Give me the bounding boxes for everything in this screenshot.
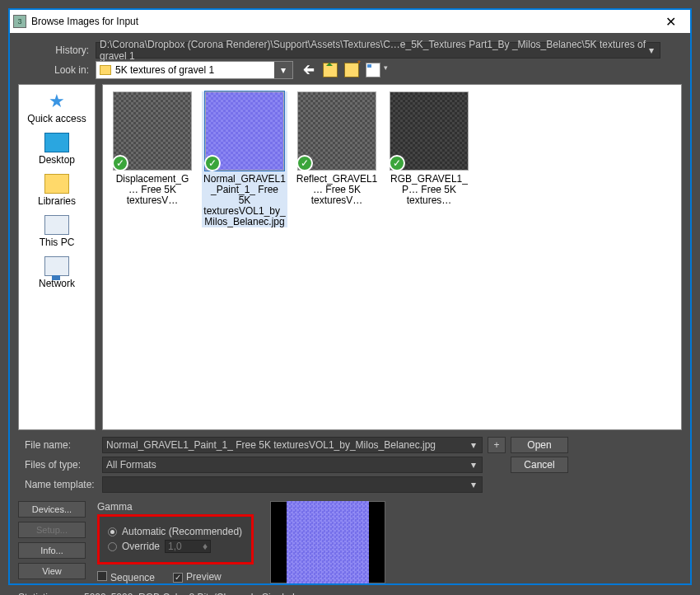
pc-icon bbox=[44, 215, 69, 235]
app-icon: 3 bbox=[13, 15, 26, 28]
gamma-label: Gamma bbox=[97, 501, 254, 513]
place-net[interactable]: Network bbox=[39, 256, 75, 289]
file-thumb[interactable]: ✓Normal_GRAVEL1_Paint_1_ Free 5K texture… bbox=[202, 91, 287, 227]
lib-icon bbox=[44, 174, 69, 194]
filename-label: File name: bbox=[25, 439, 102, 451]
lookin-dropdown[interactable]: 5K textures of gravel 1 ▾ bbox=[96, 61, 293, 79]
nav-buttons: 🡰 bbox=[301, 63, 380, 77]
statistics-label: Statistics: bbox=[18, 592, 84, 595]
chevron-down-icon: ▾ bbox=[467, 438, 480, 452]
plus-button[interactable]: + bbox=[488, 437, 506, 453]
filetype-dropdown[interactable]: All Formats ▾ bbox=[102, 457, 483, 473]
up-folder-icon[interactable] bbox=[323, 63, 338, 77]
history-value: D:\Corona\Dropbox (Corona Renderer)\Supp… bbox=[100, 39, 656, 62]
title-bar: 3 Browse Images for Input ✕ bbox=[10, 10, 690, 33]
info-button[interactable]: Info... bbox=[18, 542, 86, 559]
checkmark-icon: ✓ bbox=[112, 155, 128, 171]
place-label: This PC bbox=[40, 237, 75, 248]
place-label: Quick access bbox=[27, 113, 86, 124]
file-caption: Normal_GRAVEL1_Paint_1_ Free 5K textures… bbox=[202, 174, 287, 227]
preview-image bbox=[287, 501, 369, 583]
devices-button[interactable]: Devices... bbox=[18, 501, 86, 518]
gamma-auto-label: Automatic (Recommended) bbox=[122, 526, 242, 537]
filetype-value: All Formats bbox=[106, 459, 156, 471]
folder-icon bbox=[100, 65, 111, 75]
name-template-label: Name template: bbox=[25, 479, 102, 490]
history-dropdown[interactable]: D:\Corona\Dropbox (Corona Renderer)\Supp… bbox=[96, 42, 660, 59]
place-desk[interactable]: Desktop bbox=[39, 133, 75, 166]
place-label: Libraries bbox=[38, 195, 76, 207]
preview-pane bbox=[270, 501, 385, 583]
view-menu-icon[interactable] bbox=[366, 63, 380, 77]
dialog-frame: 3 Browse Images for Input ✕ History: D:\… bbox=[8, 8, 692, 585]
sequence-checkbox[interactable]: Sequence bbox=[97, 571, 155, 583]
checkmark-icon: ✓ bbox=[389, 155, 405, 171]
places-bar: ★Quick accessDesktopLibrariesThis PCNetw… bbox=[18, 84, 96, 430]
checkmark-icon: ✓ bbox=[204, 155, 221, 171]
window-title: Browse Images for Input bbox=[31, 16, 654, 27]
filename-dropdown[interactable]: Normal_GRAVEL1_Paint_1_ Free 5K textures… bbox=[102, 437, 483, 453]
gamma-override-label: Override bbox=[122, 541, 160, 552]
thumbnail-image: ✓ bbox=[390, 91, 469, 171]
place-quick[interactable]: ★Quick access bbox=[27, 91, 86, 124]
view-button[interactable]: View bbox=[18, 563, 86, 579]
gamma-override-radio[interactable]: Override 1,0♦ bbox=[108, 540, 243, 553]
gamma-value: 1,0 bbox=[168, 541, 182, 552]
open-button[interactable]: Open bbox=[511, 437, 568, 453]
chevron-down-icon: ▾ bbox=[274, 62, 292, 78]
file-caption: RGB_GRAVEL1_P… Free 5K textures… bbox=[386, 174, 472, 206]
filetype-label: Files of type: bbox=[25, 459, 102, 471]
close-button[interactable]: ✕ bbox=[654, 14, 687, 30]
gamma-spinner[interactable]: 1,0♦ bbox=[165, 540, 211, 553]
thumbnail-image: ✓ bbox=[113, 91, 192, 171]
lookin-label: Look in: bbox=[18, 64, 96, 76]
thumbnail-image: ✓ bbox=[297, 91, 376, 171]
history-label: History: bbox=[18, 45, 96, 56]
chevron-down-icon: ▾ bbox=[645, 43, 658, 58]
cancel-button[interactable]: Cancel bbox=[511, 457, 568, 473]
gamma-group: Automatic (Recommended) Override 1,0♦ bbox=[97, 514, 254, 565]
file-thumb[interactable]: ✓RGB_GRAVEL1_P… Free 5K textures… bbox=[386, 91, 472, 206]
gamma-auto-radio[interactable]: Automatic (Recommended) bbox=[108, 526, 243, 537]
name-template-dropdown[interactable]: ▾ bbox=[102, 476, 483, 493]
file-thumb[interactable]: ✓Displacement_G… Free 5K texturesV… bbox=[110, 91, 195, 206]
preview-checkbox[interactable]: ✓Preview bbox=[173, 571, 222, 583]
thumbnail-image: ✓ bbox=[205, 91, 284, 171]
place-label: Desktop bbox=[39, 154, 75, 166]
filename-value: Normal_GRAVEL1_Paint_1_ Free 5K textures… bbox=[106, 439, 436, 451]
place-pc[interactable]: This PC bbox=[40, 215, 75, 248]
file-caption: Reflect_GRAVEL1… Free 5K texturesV… bbox=[294, 174, 380, 206]
radio-on-icon bbox=[108, 527, 117, 536]
back-icon[interactable]: 🡰 bbox=[301, 63, 316, 77]
chevron-down-icon: ▾ bbox=[467, 457, 480, 472]
quick-icon: ★ bbox=[44, 91, 69, 111]
place-lib[interactable]: Libraries bbox=[38, 174, 76, 207]
net-icon bbox=[44, 256, 69, 276]
lookin-value: 5K textures of gravel 1 bbox=[115, 64, 214, 76]
new-folder-icon[interactable] bbox=[344, 63, 359, 77]
file-thumb[interactable]: ✓Reflect_GRAVEL1… Free 5K texturesV… bbox=[294, 91, 380, 206]
chevron-down-icon: ▾ bbox=[467, 477, 480, 492]
file-list[interactable]: ✓Displacement_G… Free 5K texturesV…✓Norm… bbox=[102, 84, 682, 430]
setup-button[interactable]: Setup... bbox=[18, 522, 86, 538]
file-caption: Displacement_G… Free 5K texturesV… bbox=[110, 174, 195, 206]
statistics-value: 5000x5000, RGB Color 8 Bits/Channel - Si… bbox=[84, 592, 320, 595]
radio-off-icon bbox=[108, 542, 117, 551]
desk-icon bbox=[44, 133, 69, 152]
checkmark-icon: ✓ bbox=[296, 155, 313, 171]
